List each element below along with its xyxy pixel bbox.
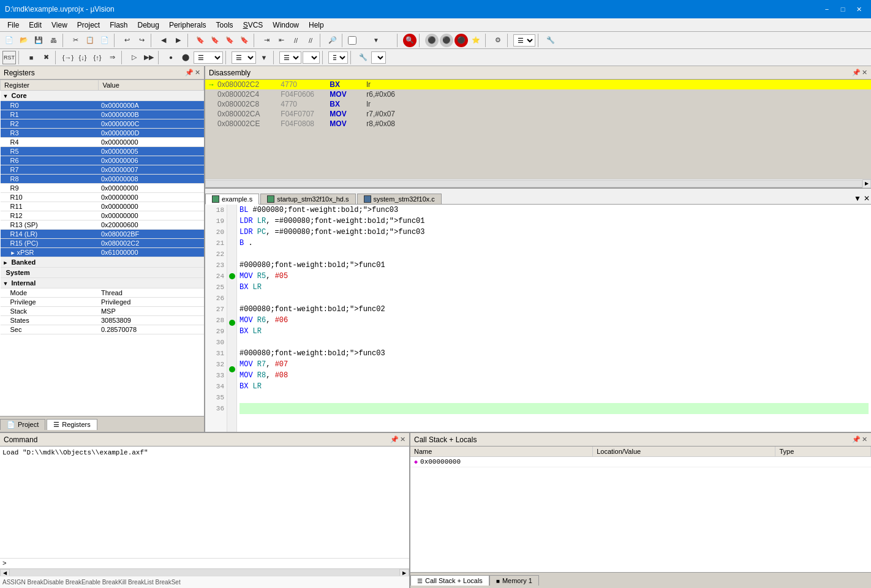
tb-bookmark2[interactable]: 🔖 [208, 34, 222, 47]
code-line: MOV R8, #08 [239, 370, 869, 381]
command-close-icon[interactable]: ✕ [400, 435, 405, 443]
registers-table: Register Value ▼ Core R00x0000000AR10x00… [0, 80, 204, 416]
tb-save[interactable]: 💾 [32, 34, 45, 47]
tb-view-select[interactable]: ☰ [513, 34, 535, 47]
tb2-select2[interactable]: ☰ [232, 51, 256, 64]
tb-new[interactable]: 📄 [2, 34, 16, 47]
line-number: 20 [205, 227, 227, 238]
tb-nav-fwd[interactable]: ▶ [172, 34, 185, 47]
disasm-arrow [208, 100, 217, 108]
tb-target-options[interactable]: ▼ [358, 34, 394, 47]
tb2-bp2[interactable]: ⬤ [179, 51, 192, 64]
breakpoint-dot[interactable] [229, 366, 235, 372]
tb2-tools[interactable]: 🔧 [356, 51, 370, 64]
maximize-button[interactable]: □ [835, 3, 850, 15]
disasm-hscrollbar[interactable]: ▶ [205, 179, 871, 187]
tab-example-s[interactable]: example.s [205, 194, 259, 205]
tb2-select3[interactable]: ☰ [279, 51, 301, 64]
command-input[interactable] [9, 560, 407, 567]
tab-project-label: Project [18, 421, 39, 428]
tree-expand-icon[interactable]: ▼ [3, 93, 9, 99]
tb-config1[interactable]: ⚙ [491, 34, 505, 47]
tree-expand-icon[interactable]: ► [10, 250, 16, 256]
menu-view[interactable]: View [47, 18, 72, 32]
tb2-btn5[interactable]: {↓} [76, 51, 89, 64]
tb-run-stop1[interactable]: ⚫ [425, 34, 439, 47]
breakpoint-dot[interactable] [229, 273, 235, 279]
tb2-select5[interactable]: ☰ [328, 51, 348, 64]
menu-svcs[interactable]: SVCS [238, 18, 268, 32]
tb-nav-back[interactable]: ◀ [157, 34, 170, 47]
tree-expand-icon[interactable]: ▼ [3, 281, 9, 287]
tb-indent[interactable]: ⇥ [260, 34, 273, 47]
tb-undo[interactable]: ↩ [120, 34, 134, 47]
tb-config2[interactable]: 🔧 [544, 34, 557, 47]
menu-file[interactable]: File [2, 18, 24, 32]
code-content[interactable]: 18192021222324252627282930313233343536 B… [205, 205, 871, 432]
menu-window[interactable]: Window [268, 18, 304, 32]
tab-project[interactable]: 📄 Project [0, 419, 45, 430]
tb-saveall[interactable]: 🖷 [47, 34, 60, 47]
tree-expand-icon[interactable]: ► [3, 260, 9, 266]
minimize-button[interactable]: − [820, 3, 834, 15]
menu-peripherals[interactable]: Peripherals [164, 18, 211, 32]
tb-outdent[interactable]: ⇤ [274, 34, 288, 47]
registers-pin-icon[interactable]: 📌 [185, 69, 194, 77]
tab-startup-s[interactable]: startup_stm32f10x_hd.s [260, 194, 355, 204]
disassembly-close-icon[interactable]: ✕ [862, 69, 867, 77]
tab-registers[interactable]: ☰ Registers [47, 419, 97, 430]
tb-open[interactable]: 📂 [17, 34, 31, 47]
tb2-select4[interactable]: ▼ [303, 51, 320, 64]
command-pin-icon[interactable]: 📌 [390, 435, 399, 443]
disasm-scroll-right[interactable]: ▶ [862, 179, 871, 188]
tb2-select1[interactable]: ☰ [194, 51, 223, 64]
close-button[interactable]: ✕ [851, 3, 866, 15]
menu-debug[interactable]: Debug [133, 18, 164, 32]
tb2-rst[interactable]: RST [2, 51, 16, 64]
tb-find[interactable]: 🔎 [326, 34, 339, 47]
disassembly-pin-icon[interactable]: 📌 [852, 69, 861, 77]
tb-cut[interactable]: ✂ [69, 34, 82, 47]
tb2-btn4[interactable]: {→} [61, 51, 75, 64]
line-number: 35 [205, 392, 227, 403]
menu-tools[interactable]: Tools [211, 18, 238, 32]
tb-paste[interactable]: 📄 [98, 34, 111, 47]
tb-redo[interactable]: ↪ [135, 34, 148, 47]
tb2-select6[interactable]: ▼ [371, 51, 386, 64]
menu-project[interactable]: Project [72, 18, 105, 32]
tb2-btn3[interactable]: ✖ [39, 51, 53, 64]
breakpoint-dot[interactable] [229, 320, 235, 326]
callstack-pin-icon[interactable]: 📌 [852, 435, 861, 443]
tab-system-c[interactable]: system_stm32f10x.c [357, 194, 442, 204]
gutter-cell [227, 238, 236, 249]
tb2-plus[interactable]: ▼ [257, 51, 271, 64]
code-line [239, 403, 869, 414]
tb2-step-over[interactable]: ▷ [127, 51, 141, 64]
tb-comment[interactable]: // [289, 34, 303, 47]
tb-uncomment[interactable]: // [304, 34, 317, 47]
tb2-btn7[interactable]: ⇒ [105, 51, 119, 64]
registers-close-icon[interactable]: ✕ [195, 69, 200, 77]
tab-callstack[interactable]: ☰ Call Stack + Locals [410, 575, 489, 586]
tb-copy[interactable]: 📋 [83, 34, 97, 47]
tb2-btn6[interactable]: {↑} [91, 51, 104, 64]
menu-flash[interactable]: Flash [105, 18, 132, 32]
callstack-close-icon[interactable]: ✕ [862, 435, 867, 443]
tb-run-star[interactable]: ⭐ [469, 34, 483, 47]
tb-bookmark4[interactable]: 🔖 [238, 34, 251, 47]
command-hscrollbar[interactable]: ◀ ▶ [0, 568, 409, 576]
tb-run-stop2[interactable]: ⚫ [440, 34, 453, 47]
tb-bookmark3[interactable]: 🔖 [223, 34, 236, 47]
menu-edit[interactable]: Edit [24, 18, 47, 32]
tb-run-red[interactable]: ⚫ [454, 34, 468, 47]
tb2-btn2[interactable]: ■ [25, 51, 38, 64]
tb-target-check[interactable] [348, 36, 356, 45]
menu-help[interactable]: Help [304, 18, 329, 32]
tab-memory1[interactable]: ■ Memory 1 [489, 575, 539, 586]
tb-bookmark1[interactable]: 🔖 [194, 34, 207, 47]
tab-close-btn[interactable]: ✕ [862, 193, 871, 204]
tab-dropdown-btn[interactable]: ▼ [853, 193, 862, 204]
tb-search-icon[interactable]: 🔍 [403, 34, 417, 47]
tb2-step-run[interactable]: ▶▶ [142, 51, 156, 64]
tb2-bp[interactable]: ● [164, 51, 178, 64]
